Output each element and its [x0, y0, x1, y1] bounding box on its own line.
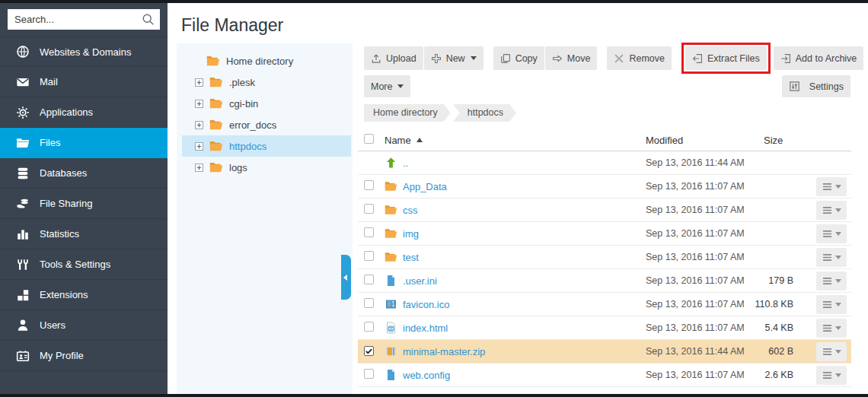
- expand-plus-icon[interactable]: [195, 78, 203, 87]
- sidebar-item-label: Databases: [40, 167, 87, 179]
- sidebar-item-users[interactable]: Users: [0, 310, 168, 341]
- settings-button[interactable]: Settings: [782, 75, 850, 97]
- file-link[interactable]: web.config: [403, 370, 450, 381]
- expand-plus-icon[interactable]: [195, 121, 203, 129]
- row-menu-button[interactable]: [816, 224, 847, 243]
- tree-item-httpdocs[interactable]: httpdocs: [182, 135, 351, 157]
- folder-icon: [209, 77, 223, 87]
- size-value: 5.4 KB: [745, 322, 793, 333]
- sidebar-item-extensions[interactable]: Extensions: [0, 280, 168, 310]
- tree-item-label: .plesk: [229, 77, 255, 88]
- file-icon: [385, 369, 397, 381]
- button-label: Add to Archive: [796, 53, 857, 64]
- select-all-checkbox[interactable]: [364, 134, 374, 144]
- sidebar-item-databases[interactable]: Databases: [0, 158, 168, 189]
- sidebar-item-statistics[interactable]: Statistics: [0, 219, 168, 249]
- table-row: css Sep 13, 2016 11:07 AM: [358, 198, 851, 222]
- file-link[interactable]: index.html: [403, 322, 448, 334]
- caret-down-icon: [835, 256, 841, 259]
- row-checkbox[interactable]: [364, 227, 374, 237]
- archive-icon: [780, 53, 791, 64]
- row-menu-button[interactable]: [816, 319, 847, 338]
- toolbar-group: Remove: [607, 46, 672, 70]
- tree-item-cgi-bin[interactable]: cgi-bin: [182, 93, 351, 114]
- row-checkbox[interactable]: [364, 322, 374, 332]
- row-menu-button[interactable]: [816, 342, 847, 361]
- globe-icon: [16, 45, 30, 59]
- file-link[interactable]: favicon.ico: [403, 299, 449, 310]
- tree-item-plesk[interactable]: .plesk: [182, 71, 351, 93]
- tree-item-error-docs[interactable]: error_docs: [182, 114, 351, 135]
- new-button[interactable]: New: [424, 46, 483, 70]
- idcard-icon: [16, 349, 30, 363]
- table-row: web.config Sep 13, 2016 11:07 AM 2.6 KB: [358, 364, 851, 387]
- move-button[interactable]: Move: [545, 46, 598, 70]
- extract-files-button[interactable]: Extract Files: [685, 46, 767, 70]
- copy-button[interactable]: Copy: [493, 46, 544, 70]
- file-link[interactable]: .user.ini: [403, 275, 437, 287]
- tree-item-home-directory[interactable]: Home directory: [182, 50, 351, 71]
- row-menu-button[interactable]: [816, 272, 847, 291]
- row-menu-button[interactable]: [816, 177, 847, 196]
- sidebar-item-tools-settings[interactable]: Tools & Settings: [0, 249, 168, 280]
- upload-button[interactable]: Upload: [364, 46, 423, 70]
- sidebar-item-websites-domains[interactable]: Websites & Domains: [0, 37, 168, 67]
- sidebar-search: [0, 3, 168, 37]
- table-row: 01 favicon.ico Sep 13, 2016 11:07 AM 110…: [358, 293, 851, 316]
- column-header-name[interactable]: Name: [385, 135, 646, 146]
- sidebar-item-file-sharing[interactable]: File Sharing: [0, 189, 168, 219]
- table-body: .. Sep 13, 2016 11:44 AM App_Data Sep 13…: [358, 151, 851, 387]
- html-icon: [385, 322, 397, 334]
- row-menu-button[interactable]: [816, 295, 847, 314]
- row-checkbox[interactable]: [364, 180, 374, 190]
- row-menu-button[interactable]: [816, 248, 847, 267]
- size-value: 110.8 KB: [745, 299, 793, 310]
- tree-item-logs[interactable]: logs: [182, 157, 351, 178]
- expand-plus-icon[interactable]: [195, 142, 203, 151]
- row-menu-button[interactable]: [816, 201, 847, 220]
- row-checkbox[interactable]: [364, 346, 374, 356]
- row-checkbox[interactable]: [364, 369, 374, 379]
- expand-plus-icon[interactable]: [195, 100, 203, 108]
- table-row: img Sep 13, 2016 11:07 AM: [358, 222, 851, 246]
- column-header-modified[interactable]: Modified: [646, 135, 745, 146]
- folder-icon: [206, 56, 220, 66]
- search-icon[interactable]: [142, 13, 155, 26]
- sidebar-item-applications[interactable]: Applications: [0, 97, 168, 128]
- tree-collapse-handle[interactable]: [341, 255, 351, 300]
- breadcrumb-item-home-directory[interactable]: Home directory: [364, 104, 451, 122]
- expand-plus-icon[interactable]: [195, 164, 203, 172]
- file-link[interactable]: minimal-master.zip: [403, 346, 485, 357]
- add-to-archive-button[interactable]: Add to Archive: [774, 46, 864, 70]
- more-button[interactable]: More: [364, 75, 410, 97]
- file-icon: [385, 275, 397, 287]
- sidebar-item-mail[interactable]: Mail: [0, 67, 168, 97]
- file-link[interactable]: css: [403, 205, 418, 216]
- tree-item-label: httpdocs: [229, 141, 266, 152]
- sidebar-item-label: File Sharing: [40, 198, 92, 209]
- search-input[interactable]: [8, 9, 160, 30]
- caret-down-icon: [397, 84, 404, 88]
- row-checkbox[interactable]: [364, 204, 374, 214]
- modified-value: Sep 13, 2016 11:44 AM: [646, 157, 745, 168]
- sidebar-item-files[interactable]: Files: [0, 128, 168, 158]
- file-link[interactable]: img: [403, 228, 419, 240]
- remove-button[interactable]: Remove: [607, 46, 672, 70]
- file-link[interactable]: App_Data: [403, 181, 447, 192]
- modified-value: Sep 13, 2016 11:07 AM: [646, 370, 745, 380]
- share-icon: [16, 197, 30, 211]
- chart-icon: [16, 227, 30, 241]
- column-header-size[interactable]: Size: [745, 135, 793, 146]
- row-menu-button[interactable]: [816, 366, 847, 385]
- file-link[interactable]: ..: [403, 157, 408, 169]
- sidebar-item-my-profile[interactable]: My Profile: [0, 341, 168, 371]
- row-checkbox[interactable]: [364, 275, 374, 284]
- row-checkbox[interactable]: [364, 251, 374, 261]
- sidebar-item-label: Extensions: [40, 289, 88, 300]
- breadcrumb-item-httpdocs: httpdocs: [453, 104, 516, 122]
- size-value: 179 B: [745, 275, 793, 286]
- file-link[interactable]: test: [403, 252, 419, 263]
- table-row: .. Sep 13, 2016 11:44 AM: [358, 151, 851, 175]
- folder-icon: [209, 141, 223, 151]
- row-checkbox[interactable]: [364, 298, 374, 308]
